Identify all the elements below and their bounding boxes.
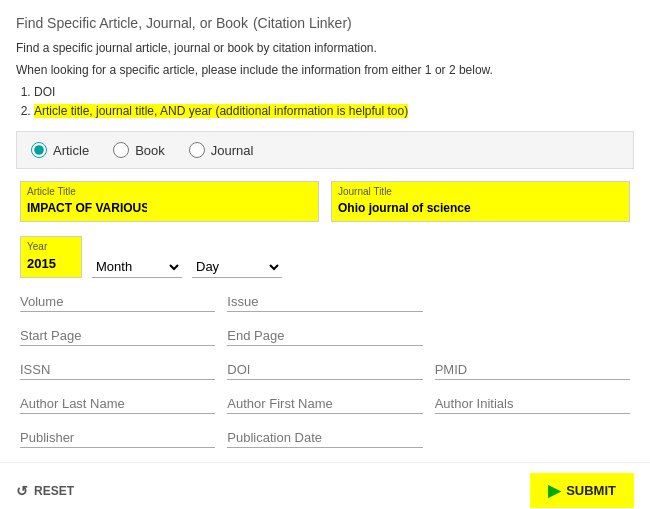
author-first-group [227,394,422,414]
day-group: Day 1234 5678 9101112 13141516 17181920 … [192,256,282,278]
end-page-input[interactable] [227,326,422,346]
issn-group [20,360,215,380]
author-row [20,394,630,414]
author-initials-group [435,394,630,414]
article-title-input[interactable] [27,199,147,217]
journal-title-label: Journal Title [338,186,623,197]
year-input[interactable] [27,254,75,273]
page-row [20,326,630,346]
volume-issue-row [20,292,630,312]
instructions-list: DOI Article title, journal title, AND ye… [34,83,634,121]
title-row: Article Title Journal Title [20,181,630,222]
reset-icon: ↺ [16,483,28,499]
radio-article[interactable]: Article [31,142,89,158]
description-line2: When looking for a specific article, ple… [16,61,634,79]
footer-bar: ↺ RESET ▶ SUBMIT [0,462,650,509]
doi-input[interactable] [227,360,422,380]
doi-group [227,360,422,380]
ids-row [20,360,630,380]
start-page-group [20,326,215,346]
instruction-item-1: DOI [34,83,634,102]
journal-title-group: Journal Title [331,181,630,222]
publisher-group [20,428,215,448]
radio-article-label: Article [53,143,89,158]
radio-journal-label: Journal [211,143,254,158]
page-title: Find Specific Article, Journal, or Book … [16,12,634,33]
volume-input[interactable] [20,292,215,312]
author-initials-input[interactable] [435,394,630,414]
pmid-input[interactable] [435,360,630,380]
publisher-row [20,428,630,448]
end-page-group [227,326,422,346]
volume-group [20,292,215,312]
issue-input[interactable] [227,292,422,312]
author-last-group [20,394,215,414]
radio-book[interactable]: Book [113,142,165,158]
publisher-input[interactable] [20,428,215,448]
description-line1: Find a specific journal article, journal… [16,39,634,57]
pub-date-input[interactable] [227,428,422,448]
month-group: Month January February March April May J… [92,256,182,278]
author-first-input[interactable] [227,394,422,414]
pmid-group [435,360,630,380]
day-select[interactable]: Day 1234 5678 9101112 13141516 17181920 … [192,256,282,278]
date-row: Year Month January February March April … [20,236,630,278]
submit-arrow-icon: ▶ [548,481,560,500]
submit-button[interactable]: ▶ SUBMIT [530,473,634,508]
radio-journal[interactable]: Journal [189,142,254,158]
year-group: Year [20,236,82,278]
journal-title-input[interactable] [338,199,478,217]
radio-book-label: Book [135,143,165,158]
year-label: Year [27,241,75,252]
radio-journal-input[interactable] [189,142,205,158]
month-select[interactable]: Month January February March April May J… [92,256,182,278]
reset-label: RESET [34,484,74,498]
reset-button[interactable]: ↺ RESET [16,483,74,499]
radio-article-input[interactable] [31,142,47,158]
start-page-input[interactable] [20,326,215,346]
issn-input[interactable] [20,360,215,380]
pub-date-group [227,428,422,448]
highlighted-instruction: Article title, journal title, AND year (… [34,104,408,118]
radio-group: Article Book Journal [16,131,634,169]
article-title-label: Article Title [27,186,312,197]
article-title-group: Article Title [20,181,319,222]
instruction-item-2: Article title, journal title, AND year (… [34,102,634,121]
issue-group [227,292,422,312]
submit-label: SUBMIT [566,483,616,498]
radio-book-input[interactable] [113,142,129,158]
form-section: Article Title Journal Title Year Month J… [16,181,634,448]
author-last-input[interactable] [20,394,215,414]
